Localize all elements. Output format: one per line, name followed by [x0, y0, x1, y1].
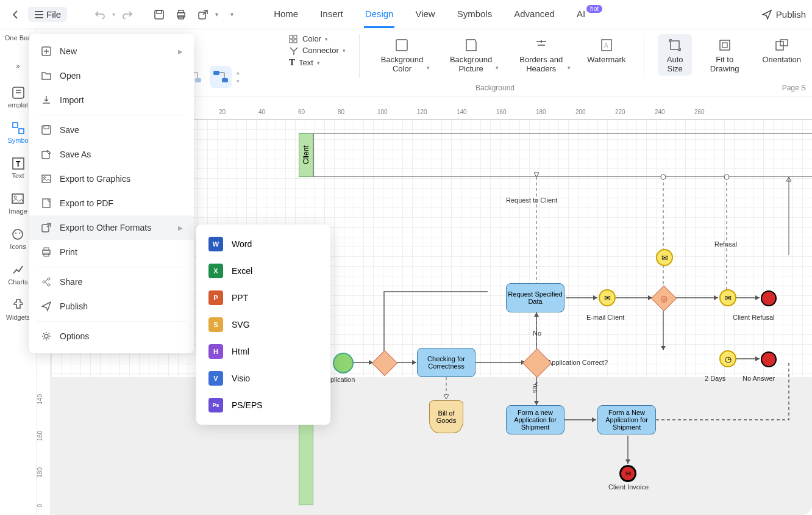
export-button[interactable]: [193, 5, 213, 24]
event-email[interactable]: ✉: [599, 289, 616, 306]
tab-ai[interactable]: AIhot: [575, 1, 602, 28]
expand-sidebar[interactable]: »: [9, 56, 28, 76]
file-menu-button[interactable]: File: [28, 7, 67, 22]
export-formats-submenu: WWord XExcel PPPT SSVG HHtml VVisio PsPS…: [196, 225, 330, 425]
orientation-button[interactable]: Orientation: [757, 34, 806, 67]
save-button[interactable]: [149, 5, 169, 24]
svg-rect-17: [671, 41, 679, 49]
svg-rect-23: [13, 123, 18, 128]
fm-new[interactable]: New▶: [29, 39, 194, 63]
sidebar-item-widgets[interactable]: Widgets: [4, 295, 33, 323]
connector-dropdown[interactable]: Connector ▾: [289, 46, 346, 55]
sm-visio[interactable]: VVisio: [196, 365, 330, 392]
main-tabs: Home Insert Design View Symbols Advanced…: [272, 1, 602, 28]
gateway-2[interactable]: ◎: [651, 286, 677, 311]
fm-export-other[interactable]: Export to Other Formats▶: [29, 215, 194, 240]
tab-view[interactable]: View: [414, 1, 436, 28]
fm-open[interactable]: Open: [29, 63, 194, 88]
svg-rect-37: [42, 151, 49, 159]
lbl-refusal: Refusal: [714, 240, 737, 248]
fm-share[interactable]: Share: [29, 270, 194, 294]
text-dropdown[interactable]: TText ▾: [289, 57, 346, 68]
end-noanswer[interactable]: [761, 351, 777, 367]
bpmn-diagram: Client: [299, 133, 812, 511]
lbl-client-invoice: Client Invoice: [608, 483, 649, 491]
sidebar-item-charts[interactable]: Charts: [5, 260, 30, 288]
tab-design[interactable]: Design: [364, 1, 395, 28]
svg-rect-11: [294, 35, 297, 38]
fit-drawing-button[interactable]: Fit to Drawing: [703, 34, 746, 76]
svg-point-31: [19, 232, 20, 234]
fm-export-pdf[interactable]: Export to PDF: [29, 191, 194, 215]
start-event[interactable]: [333, 353, 354, 373]
tab-insert[interactable]: Insert: [319, 1, 344, 28]
lbl-client-refusal: Client Refusal: [733, 314, 774, 321]
sidebar-item-symbols[interactable]: Symbo: [5, 118, 30, 146]
sm-ppt[interactable]: PPPT: [196, 284, 330, 311]
back-button[interactable]: [6, 5, 26, 24]
sm-excel[interactable]: XExcel: [196, 258, 330, 284]
svg-point-28: [14, 196, 16, 198]
sm-svg[interactable]: SSVG: [196, 311, 330, 338]
file-label: File: [46, 9, 61, 20]
lane-body: [313, 133, 812, 177]
publish-button[interactable]: Publish: [761, 9, 806, 20]
svg-rect-12: [290, 40, 293, 43]
ribbon-group-page: Page S: [782, 84, 806, 92]
lbl-2days: 2 Days: [705, 375, 725, 382]
gateway-correct[interactable]: [522, 348, 552, 378]
auto-size-button[interactable]: Auto Size: [658, 34, 692, 76]
redo-button[interactable]: [118, 5, 137, 24]
gateway-1[interactable]: [372, 350, 397, 376]
bg-picture-button[interactable]: Background Picture▾: [442, 34, 500, 76]
data-bill[interactable]: Bill of Goods: [429, 400, 463, 433]
sidebar-item-templates[interactable]: emplat: [5, 83, 30, 111]
lbl-yes: Yes: [532, 382, 539, 393]
file-dropdown-menu: New▶ Open Import Save Save As Export to …: [29, 34, 194, 353]
undo-button[interactable]: [90, 5, 110, 24]
sm-word[interactable]: WWord: [196, 231, 330, 258]
svg-text:T: T: [16, 160, 21, 168]
bg-color-button[interactable]: Background Color▾: [373, 34, 431, 76]
sidebar-item-image[interactable]: Image: [6, 189, 30, 217]
end-refusal[interactable]: [761, 290, 777, 306]
tab-symbols[interactable]: Symbols: [456, 1, 494, 28]
watermark-button[interactable]: AWatermark: [582, 34, 630, 67]
lbl-plication: plication: [330, 376, 355, 383]
fm-saveas[interactable]: Save As: [29, 142, 194, 167]
svg-rect-35: [42, 126, 51, 134]
sidebar-item-text[interactable]: TText: [9, 154, 28, 182]
send-icon: [761, 9, 772, 20]
svg-text:A: A: [604, 42, 608, 49]
fm-publish[interactable]: Publish: [29, 294, 194, 319]
task-form-new2[interactable]: Form a New Application for Shipment: [597, 405, 656, 434]
tab-home[interactable]: Home: [272, 1, 299, 28]
svg-rect-18: [720, 40, 730, 50]
fm-print[interactable]: Print: [29, 240, 194, 264]
lane-client: Client: [299, 133, 313, 177]
flowchart-style-2[interactable]: [210, 66, 232, 88]
sidebar-item-icons[interactable]: Icons: [7, 225, 28, 253]
svg-point-39: [44, 177, 46, 179]
fm-options[interactable]: Options: [29, 324, 194, 348]
borders-headers-button[interactable]: Borders and Headers▾: [511, 34, 571, 76]
task-form-new[interactable]: Form a new Application for Shipment: [506, 405, 564, 434]
end-invoice[interactable]: ✉: [619, 465, 636, 482]
svg-rect-8: [213, 71, 219, 75]
fm-export-graphics[interactable]: Export to Graphics: [29, 167, 194, 191]
tab-advanced[interactable]: Advanced: [513, 1, 556, 28]
fm-import[interactable]: Import: [29, 88, 194, 112]
fm-save[interactable]: Save: [29, 118, 194, 142]
print-button[interactable]: [171, 5, 191, 24]
lbl-no-answer: No Answer: [743, 375, 775, 382]
event-timer[interactable]: ◷: [719, 350, 736, 367]
sm-pseps[interactable]: PsPS/EPS: [196, 392, 330, 419]
sm-html[interactable]: HHtml: [196, 338, 330, 365]
task-checking[interactable]: Checking for Correctness: [417, 348, 475, 377]
svg-rect-38: [42, 175, 51, 182]
task-request-data[interactable]: Request Specified Data: [506, 283, 564, 312]
svg-point-29: [13, 229, 23, 239]
event-refusal[interactable]: ✉: [719, 289, 736, 306]
event-mid[interactable]: ✉: [656, 249, 673, 266]
color-dropdown[interactable]: Color ▾: [289, 34, 346, 43]
